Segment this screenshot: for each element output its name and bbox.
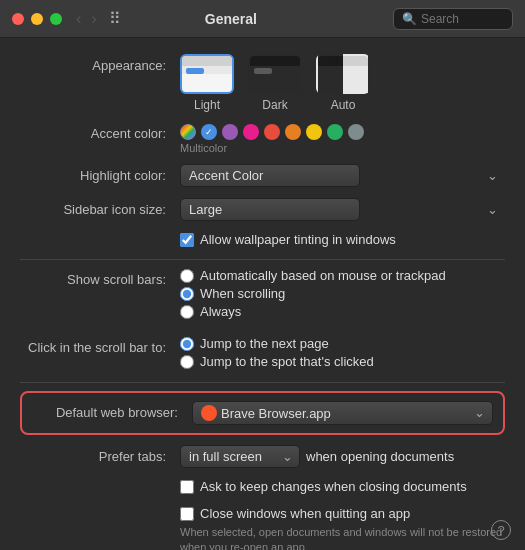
radio-scrolling[interactable]: When scrolling — [180, 286, 505, 301]
highlight-color-row: Highlight color: Accent Color — [20, 164, 505, 188]
color-dots — [180, 124, 505, 140]
accent-color-row: Accent color: Multicolor — [20, 122, 505, 154]
minimize-dot[interactable] — [31, 13, 43, 25]
radio-auto[interactable]: Automatically based on mouse or trackpad — [180, 268, 505, 283]
radio-spot-input[interactable] — [180, 355, 194, 369]
prefer-tabs-label: Prefer tabs: — [20, 445, 180, 469]
radio-always[interactable]: Always — [180, 304, 505, 319]
sidebar-icon-label: Sidebar icon size: — [20, 198, 180, 222]
appearance-auto[interactable]: Auto — [316, 54, 370, 112]
color-dot-orange[interactable] — [285, 124, 301, 140]
radio-next-page-input[interactable] — [180, 337, 194, 351]
appearance-row: Appearance: Light Dark Auto — [20, 54, 505, 112]
default-browser-row: Default web browser: Brave Browser.app — [20, 391, 505, 435]
radio-always-label: Always — [200, 304, 241, 319]
search-icon: 🔍 — [402, 12, 417, 26]
light-label: Light — [194, 98, 220, 112]
prefer-tabs-select-wrapper: in full screen always manually — [180, 445, 300, 468]
sidebar-icon-select-wrapper: Large — [180, 198, 505, 221]
dark-label: Dark — [262, 98, 287, 112]
scroll-bars-controls: Automatically based on mouse or trackpad… — [180, 268, 505, 322]
wallpaper-tinting-row: Allow wallpaper tinting in windows — [20, 232, 505, 249]
accent-color-controls: Multicolor — [180, 122, 505, 154]
search-input[interactable] — [421, 12, 511, 26]
color-dot-purple[interactable] — [222, 124, 238, 140]
search-box[interactable]: 🔍 — [393, 8, 513, 30]
appearance-dark[interactable]: Dark — [248, 54, 302, 112]
prefer-tabs-select[interactable]: in full screen always manually — [180, 445, 300, 468]
color-dot-pink[interactable] — [243, 124, 259, 140]
ask-keep-checkbox[interactable]: Ask to keep changes when closing documen… — [180, 479, 505, 494]
color-dot-yellow[interactable] — [306, 124, 322, 140]
auto-label: Auto — [331, 98, 356, 112]
wallpaper-tinting-input[interactable] — [180, 233, 194, 247]
radio-auto-label: Automatically based on mouse or trackpad — [200, 268, 446, 283]
dark-thumbnail[interactable] — [248, 54, 302, 94]
prefer-tabs-row: Prefer tabs: in full screen always manua… — [20, 445, 505, 469]
appearance-label: Appearance: — [20, 54, 180, 78]
brave-icon — [201, 405, 217, 421]
divider-2 — [20, 382, 505, 383]
browser-name: Brave Browser.app — [221, 406, 331, 421]
default-browser-label: Default web browser: — [32, 399, 192, 427]
scroll-bars-label: Show scroll bars: — [20, 268, 180, 292]
click-scroll-controls: Jump to the next page Jump to the spot t… — [180, 336, 505, 372]
color-dot-multicolor[interactable] — [180, 124, 196, 140]
settings-content: Appearance: Light Dark Auto Accent color… — [0, 38, 525, 550]
sidebar-icon-select[interactable]: Large — [180, 198, 360, 221]
radio-auto-input[interactable] — [180, 269, 194, 283]
scroll-bars-row: Show scroll bars: Automatically based on… — [20, 268, 505, 326]
radio-scrolling-label: When scrolling — [200, 286, 285, 301]
radio-next-page-label: Jump to the next page — [200, 336, 329, 351]
click-scroll-row: Click in the scroll bar to: Jump to the … — [20, 336, 505, 372]
highlight-color-control: Accent Color — [180, 164, 505, 187]
light-thumbnail[interactable] — [180, 54, 234, 94]
default-browser-control: Brave Browser.app — [192, 401, 493, 425]
appearance-light[interactable]: Light — [180, 54, 234, 112]
sidebar-icon-control: Large — [180, 198, 505, 221]
help-button[interactable]: ? — [491, 520, 511, 540]
close-windows-note: When selected, open documents and window… — [180, 525, 505, 550]
color-dot-blue[interactable] — [201, 124, 217, 140]
sidebar-icon-row: Sidebar icon size: Large — [20, 198, 505, 222]
ask-keep-label: Ask to keep changes when closing documen… — [200, 479, 467, 494]
divider-1 — [20, 259, 505, 260]
close-windows-input[interactable] — [180, 507, 194, 521]
radio-spot[interactable]: Jump to the spot that's clicked — [180, 354, 505, 369]
appearance-controls: Light Dark Auto — [180, 54, 505, 112]
close-windows-label: Close windows when quitting an app — [200, 506, 410, 521]
radio-always-input[interactable] — [180, 305, 194, 319]
multicolor-label: Multicolor — [180, 142, 505, 154]
close-windows-checkbox[interactable]: Close windows when quitting an app — [180, 506, 505, 521]
highlight-color-select-wrapper: Accent Color — [180, 164, 505, 187]
ask-keep-input[interactable] — [180, 480, 194, 494]
click-scroll-label: Click in the scroll bar to: — [20, 336, 180, 360]
radio-spot-label: Jump to the spot that's clicked — [200, 354, 374, 369]
wallpaper-tinting-label: Allow wallpaper tinting in windows — [200, 232, 396, 247]
color-dot-green[interactable] — [327, 124, 343, 140]
highlight-color-select[interactable]: Accent Color — [180, 164, 360, 187]
radio-next-page[interactable]: Jump to the next page — [180, 336, 505, 351]
maximize-dot[interactable] — [50, 13, 62, 25]
titlebar: ‹ › ⠿ General 🔍 — [0, 0, 525, 38]
color-dot-red[interactable] — [264, 124, 280, 140]
highlight-color-label: Highlight color: — [20, 164, 180, 188]
wallpaper-tinting-checkbox[interactable]: Allow wallpaper tinting in windows — [180, 232, 505, 247]
window-title: General — [69, 11, 393, 27]
ask-keep-row: Ask to keep changes when closing documen… — [20, 479, 505, 496]
browser-select[interactable]: Brave Browser.app — [192, 401, 493, 425]
prefer-tabs-inline: in full screen always manually when open… — [180, 445, 505, 468]
appearance-group: Light Dark Auto — [180, 54, 505, 112]
close-dot[interactable] — [12, 13, 24, 25]
accent-color-label: Accent color: — [20, 122, 180, 146]
color-dot-graphite[interactable] — [348, 124, 364, 140]
radio-scrolling-input[interactable] — [180, 287, 194, 301]
window-controls — [12, 13, 62, 25]
prefer-tabs-suffix: when opening documents — [306, 449, 454, 464]
close-windows-row: Close windows when quitting an app When … — [20, 506, 505, 550]
prefer-tabs-control: in full screen always manually when open… — [180, 445, 505, 468]
auto-thumbnail[interactable] — [316, 54, 370, 94]
